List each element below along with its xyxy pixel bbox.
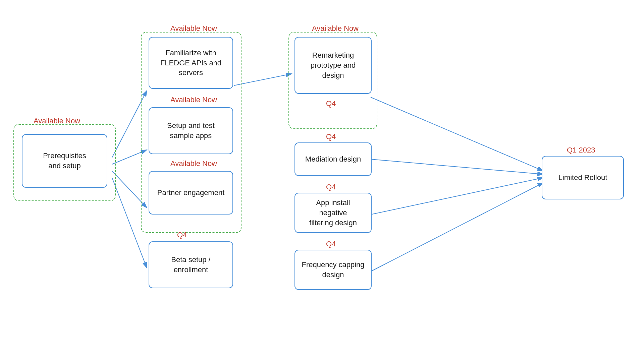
remarketing-label: Remarketingprototype anddesign (311, 50, 356, 80)
mediation-q4-label: Q4 (326, 132, 336, 141)
svg-line-5 (234, 74, 292, 85)
setup-test-label: Setup and testsample apps (167, 121, 215, 140)
diagram: Available Now Prerequisitesand setup Ava… (0, 0, 644, 362)
limited-rollout-label: Limited Rollout (558, 173, 607, 183)
prerequisites-node: Prerequisitesand setup (22, 134, 107, 188)
svg-line-8 (371, 178, 543, 215)
mediation-node: Mediation design (294, 142, 372, 176)
beta-setup-label: Beta setup /enrollment (171, 255, 210, 275)
frequency-label: Frequency cappingdesign (302, 260, 364, 280)
remarketing-status-label: Available Now (312, 24, 359, 33)
app-install-label: App install negativefiltering design (301, 198, 365, 228)
partner-status-label: Available Now (170, 159, 217, 168)
prerequisites-label: Prerequisitesand setup (43, 151, 86, 171)
setup-status-label: Available Now (170, 96, 217, 104)
limited-rollout-status-label: Q1 2023 (567, 146, 595, 155)
setup-test-node: Setup and testsample apps (149, 107, 233, 154)
appinstall-q4-label: Q4 (326, 183, 336, 191)
svg-line-7 (371, 159, 543, 174)
svg-line-9 (371, 183, 543, 272)
familiarize-label: Familiarize withFLEDGE APIs andservers (160, 48, 221, 78)
frequency-q4-label: Q4 (326, 240, 336, 248)
remarketing-node: Remarketingprototype anddesign (294, 37, 372, 94)
svg-line-6 (371, 97, 543, 171)
app-install-node: App install negativefiltering design (294, 193, 372, 233)
partner-node: Partner engagement (149, 171, 233, 215)
mediation-label: Mediation design (305, 154, 361, 164)
remarketing-q4-label: Q4 (326, 99, 336, 108)
limited-rollout-node: Limited Rollout (542, 156, 624, 199)
familiarize-node: Familiarize withFLEDGE APIs andservers (149, 37, 233, 89)
partner-label: Partner engagement (157, 188, 225, 198)
prerequisites-status-label: Available Now (34, 117, 80, 125)
frequency-node: Frequency cappingdesign (294, 250, 372, 290)
beta-setup-node: Beta setup /enrollment (149, 241, 233, 288)
familiarize-status-label: Available Now (170, 24, 217, 33)
beta-status-label: Q4 (177, 231, 187, 239)
